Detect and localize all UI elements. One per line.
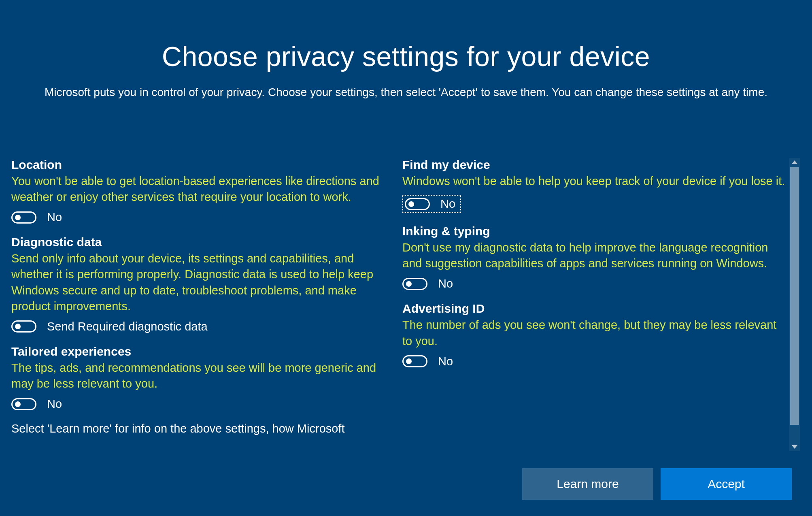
- toggle-diagnostic-label: Send Required diagnostic data: [47, 320, 208, 333]
- setting-inking: Inking & typing Don't use my diagnostic …: [402, 224, 785, 290]
- toggle-inking-label: No: [438, 277, 453, 290]
- setting-advertising-title: Advertising ID: [402, 302, 785, 316]
- setting-tailored: Tailored experiences The tips, ads, and …: [11, 345, 394, 411]
- setting-tailored-toggle-row: No: [11, 397, 394, 411]
- toggle-tailored[interactable]: [11, 398, 36, 410]
- toggle-find-device[interactable]: [405, 198, 430, 210]
- learn-more-button[interactable]: Learn more: [522, 468, 653, 500]
- setting-find-device: Find my device Windows won't be able to …: [402, 158, 785, 213]
- focused-toggle-outline: No: [402, 195, 461, 213]
- learn-more-hint: Select 'Learn more' for info on the abov…: [11, 422, 394, 435]
- setting-diagnostic-toggle-row: Send Required diagnostic data: [11, 320, 394, 333]
- setting-inking-toggle-row: No: [402, 277, 785, 290]
- right-column: Find my device Windows won't be able to …: [402, 158, 785, 451]
- toggle-diagnostic[interactable]: [11, 320, 36, 333]
- setting-find-device-desc: Windows won't be able to help you keep t…: [402, 173, 785, 189]
- left-column: Location You won't be able to get locati…: [11, 158, 394, 451]
- toggle-location[interactable]: [11, 211, 36, 224]
- toggle-knob-icon: [15, 215, 21, 220]
- toggle-location-label: No: [47, 211, 62, 224]
- header: Choose privacy settings for your device …: [0, 0, 812, 101]
- page-subtitle: Microsoft puts you in control of your pr…: [30, 84, 782, 101]
- setting-advertising-desc: The number of ads you see won't change, …: [402, 317, 785, 349]
- setting-diagnostic: Diagnostic data Send only info about you…: [11, 235, 394, 333]
- setting-location: Location You won't be able to get locati…: [11, 158, 394, 224]
- setting-inking-title: Inking & typing: [402, 224, 785, 238]
- footer-buttons: Learn more Accept: [522, 468, 792, 500]
- page-title: Choose privacy settings for your device: [24, 41, 788, 72]
- toggle-knob-icon: [15, 401, 21, 407]
- setting-find-device-title: Find my device: [402, 158, 785, 172]
- setting-diagnostic-desc: Send only info about your device, its se…: [11, 251, 394, 314]
- setting-diagnostic-title: Diagnostic data: [11, 235, 394, 249]
- setting-location-title: Location: [11, 158, 394, 172]
- toggle-knob-icon: [15, 324, 21, 329]
- toggle-advertising[interactable]: [402, 355, 427, 367]
- setting-location-desc: You won't be able to get location-based …: [11, 173, 394, 205]
- scrollbar[interactable]: [789, 158, 800, 451]
- setting-advertising-toggle-row: No: [402, 355, 785, 368]
- toggle-advertising-label: No: [438, 355, 453, 368]
- settings-columns: Location You won't be able to get locati…: [11, 158, 789, 451]
- toggle-knob-icon: [408, 201, 414, 207]
- chevron-up-icon[interactable]: [792, 160, 797, 164]
- accept-button[interactable]: Accept: [661, 468, 792, 500]
- setting-location-toggle-row: No: [11, 211, 394, 224]
- settings-scroll-area: Location You won't be able to get locati…: [11, 158, 800, 451]
- setting-tailored-desc: The tips, ads, and recommendations you s…: [11, 360, 394, 392]
- toggle-inking[interactable]: [402, 278, 427, 290]
- toggle-knob-icon: [406, 358, 412, 364]
- setting-inking-desc: Don't use my diagnostic data to help imp…: [402, 240, 785, 271]
- toggle-knob-icon: [406, 281, 412, 287]
- setting-advertising: Advertising ID The number of ads you see…: [402, 302, 785, 368]
- setting-tailored-title: Tailored experiences: [11, 345, 394, 358]
- toggle-find-device-label: No: [440, 197, 455, 211]
- chevron-down-icon[interactable]: [792, 445, 797, 449]
- scrollbar-thumb[interactable]: [790, 167, 799, 425]
- toggle-tailored-label: No: [47, 397, 62, 411]
